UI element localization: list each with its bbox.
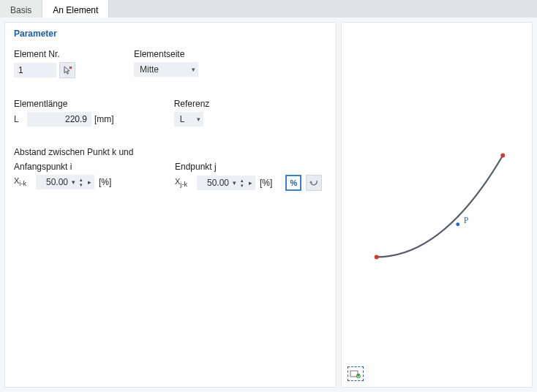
- cursor-icon: [62, 65, 72, 75]
- point-p-marker: [456, 222, 459, 226]
- length-unit: [mm]: [94, 114, 114, 124]
- start-label: Anfangspunkt i: [14, 162, 160, 172]
- chevron-down-icon: ▾: [192, 66, 195, 73]
- preview-mode-icon: [350, 369, 361, 379]
- chevron-down-icon[interactable]: ▾: [70, 178, 78, 186]
- percent-toggle-button[interactable]: %: [285, 175, 301, 191]
- end-spinner[interactable]: 50.00 ▾ ▴▾ ▸: [197, 176, 255, 190]
- point-p-label: P: [464, 215, 469, 225]
- reference-value: L: [180, 114, 185, 124]
- start-spinner[interactable]: 50.00 ▾ ▴▾ ▸: [36, 175, 94, 189]
- end-symbol: Xj-k: [175, 177, 192, 188]
- panel-title: Parameter: [14, 29, 327, 39]
- percent-icon: %: [290, 178, 297, 187]
- distance-header: Abstand zwischen Punkt k und: [14, 147, 327, 157]
- chevron-down-icon[interactable]: ▾: [230, 179, 239, 186]
- reset-button[interactable]: [306, 175, 322, 191]
- element-side-value: Mitte: [140, 64, 159, 75]
- pick-element-button[interactable]: [59, 62, 75, 78]
- element-side-select[interactable]: Mitte ▾: [134, 62, 198, 77]
- element-length-label: Elementlänge: [14, 99, 114, 109]
- element-nr-input[interactable]: [14, 63, 56, 78]
- start-unit: [%]: [99, 177, 111, 187]
- reference-label: Referenz: [174, 99, 210, 109]
- chevron-down-icon: ▾: [197, 116, 200, 123]
- preview-mode-button[interactable]: [348, 366, 364, 381]
- end-unit: [%]: [260, 178, 272, 188]
- element-length-input[interactable]: [27, 112, 91, 127]
- stepper-icon[interactable]: ▴▾: [239, 178, 246, 188]
- reference-select[interactable]: L ▾: [174, 112, 203, 127]
- apply-arrow-icon[interactable]: ▸: [85, 178, 94, 186]
- tabstrip: Basis An Element: [0, 0, 537, 18]
- stepper-icon[interactable]: ▴▾: [78, 177, 85, 187]
- start-symbol: Xi-k: [14, 176, 31, 187]
- parameter-panel: Parameter Element Nr. Elementseite: [4, 22, 337, 388]
- start-value: 50.00: [40, 177, 70, 187]
- tab-an-element[interactable]: An Element: [42, 0, 109, 18]
- tab-basis[interactable]: Basis: [0, 0, 42, 18]
- end-label: Endpunkt j: [175, 162, 322, 172]
- preview-panel: P: [341, 22, 533, 388]
- element-side-label: Elementseite: [134, 49, 198, 59]
- element-nr-label: Element Nr.: [14, 49, 75, 59]
- endpoint-j-marker: [500, 154, 505, 158]
- endpoint-i-marker: [375, 255, 379, 259]
- length-symbol: L: [14, 114, 24, 124]
- apply-arrow-icon[interactable]: ▸: [246, 179, 255, 186]
- undo-arrow-icon: [309, 178, 319, 187]
- end-value: 50.00: [201, 178, 230, 188]
- curve-preview: P: [342, 23, 532, 387]
